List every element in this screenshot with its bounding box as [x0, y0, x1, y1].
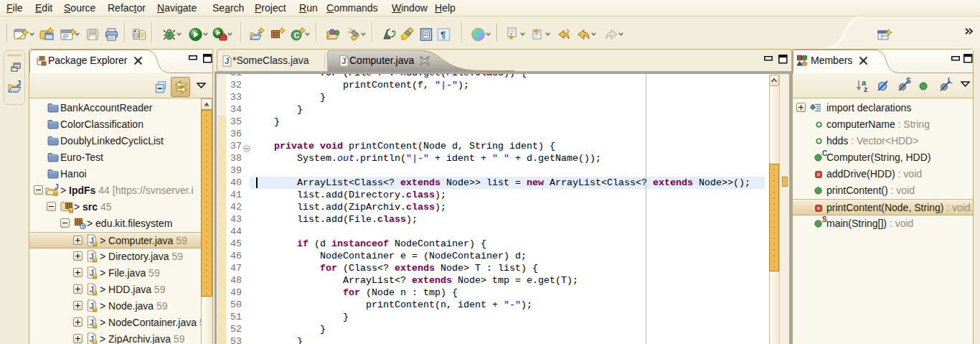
svg-text:S: S	[906, 78, 911, 85]
svg-text:C: C	[294, 31, 300, 39]
svg-text:¶: ¶	[440, 29, 446, 40]
svg-text:J: J	[17, 80, 21, 88]
svg-text:L: L	[948, 78, 952, 85]
svg-text:z: z	[864, 85, 868, 93]
